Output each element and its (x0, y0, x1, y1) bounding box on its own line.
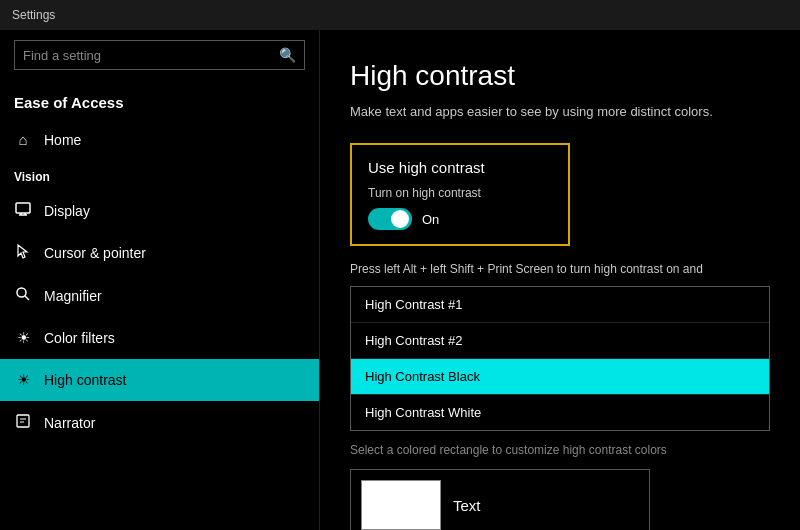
sidebar-item-magnifier-label: Magnifier (44, 288, 102, 304)
contrast-theme-hcblack[interactable]: High Contrast Black (351, 359, 769, 395)
toggle-thumb (391, 210, 409, 228)
main-layout: 🔍 Ease of Access ⌂ Home Vision Display (0, 30, 800, 530)
svg-line-5 (25, 296, 29, 300)
svg-rect-0 (16, 203, 30, 213)
sidebar-section-heading: Ease of Access (0, 80, 319, 119)
customize-hint: Select a colored rectangle to customize … (350, 443, 770, 457)
page-subtitle: Make text and apps easier to see by usin… (350, 104, 770, 119)
search-input[interactable] (23, 48, 279, 63)
content-area: High contrast Make text and apps easier … (320, 30, 800, 530)
contrast-theme-hc1[interactable]: High Contrast #1 (351, 287, 769, 323)
cursor-icon (14, 243, 32, 262)
display-icon (14, 202, 32, 219)
color-filters-icon: ☀ (14, 329, 32, 347)
contrast-theme-hc2[interactable]: High Contrast #2 (351, 323, 769, 359)
sidebar-item-color-filters[interactable]: ☀ Color filters (0, 317, 319, 359)
sidebar-item-magnifier[interactable]: Magnifier (0, 274, 319, 317)
keyboard-shortcut-hint: Press left Alt + left Shift + Print Scre… (350, 262, 770, 276)
sidebar-item-display-label: Display (44, 203, 90, 219)
color-preview-label: Text (453, 497, 481, 514)
contrast-theme-hcwhite[interactable]: High Contrast White (351, 395, 769, 430)
sidebar-item-cursor[interactable]: Cursor & pointer (0, 231, 319, 274)
svg-point-4 (17, 288, 26, 297)
search-box[interactable]: 🔍 (14, 40, 305, 70)
contrast-theme-list: High Contrast #1 High Contrast #2 High C… (350, 286, 770, 431)
toggle-description: Turn on high contrast (368, 186, 552, 200)
narrator-icon (14, 413, 32, 432)
home-icon: ⌂ (14, 131, 32, 148)
magnifier-icon (14, 286, 32, 305)
sidebar-item-high-contrast-label: High contrast (44, 372, 126, 388)
text-color-swatch[interactable] (361, 480, 441, 530)
search-icon: 🔍 (279, 47, 296, 63)
app-title: Settings (12, 8, 55, 22)
title-bar: Settings (0, 0, 800, 30)
sidebar-item-narrator[interactable]: Narrator (0, 401, 319, 444)
color-preview-area: Text (350, 469, 650, 530)
page-title: High contrast (350, 60, 770, 92)
use-high-contrast-box: Use high contrast Turn on high contrast … (350, 143, 570, 246)
vision-section-title: Vision (0, 160, 319, 190)
toggle-state-label: On (422, 212, 439, 227)
high-contrast-toggle[interactable] (368, 208, 412, 230)
sidebar-item-cursor-label: Cursor & pointer (44, 245, 146, 261)
sidebar-item-color-filters-label: Color filters (44, 330, 115, 346)
sidebar-item-display[interactable]: Display (0, 190, 319, 231)
high-contrast-icon: ☀ (14, 371, 32, 389)
contrast-box-title: Use high contrast (368, 159, 552, 176)
sidebar: 🔍 Ease of Access ⌂ Home Vision Display (0, 30, 320, 530)
sidebar-item-narrator-label: Narrator (44, 415, 95, 431)
sidebar-item-home[interactable]: ⌂ Home (0, 119, 319, 160)
sidebar-item-high-contrast[interactable]: ☀ High contrast (0, 359, 319, 401)
toggle-row: On (368, 208, 552, 230)
svg-rect-6 (17, 415, 29, 427)
sidebar-item-home-label: Home (44, 132, 81, 148)
